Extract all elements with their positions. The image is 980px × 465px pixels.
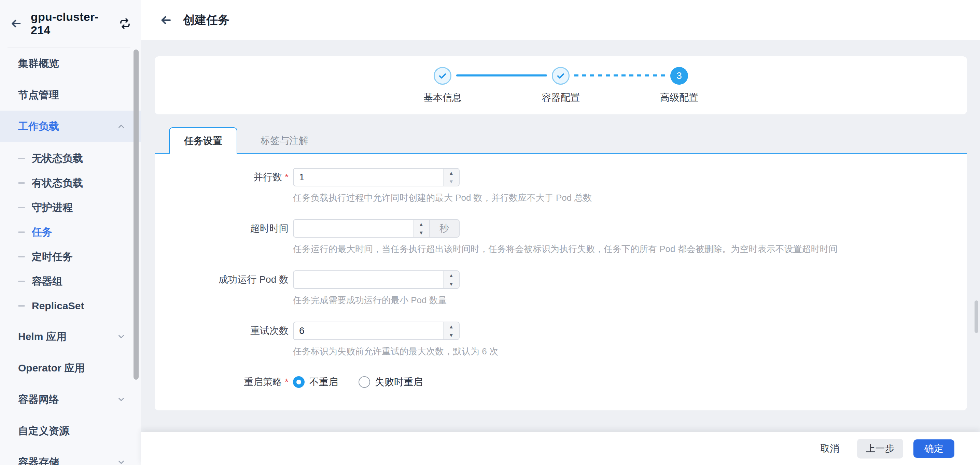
sidebar-item-cluster-overview[interactable]: 集群概览	[0, 48, 141, 79]
number-spinner: ▲▼	[443, 169, 459, 186]
radio-option-on-failure[interactable]: 失败时重启	[358, 376, 423, 389]
sidebar-item-label: 守护进程	[32, 201, 73, 215]
input-value: 1	[294, 169, 443, 186]
confirm-button[interactable]: 确定	[913, 440, 955, 458]
sidebar-item-cronjobs[interactable]: 定时任务	[0, 244, 141, 269]
page-scrollbar-thumb[interactable]	[975, 301, 978, 333]
input-value: 6	[294, 322, 443, 339]
sidebar-item-workloads[interactable]: 工作负载	[0, 111, 141, 142]
sidebar-item-daemonset[interactable]: 守护进程	[0, 195, 141, 220]
tab-labels-annotations[interactable]: 标签与注解	[257, 127, 312, 154]
sidebar: gpu-cluster-214 集群概览节点管理工作负载无状态负载有状态负载守护…	[0, 0, 141, 465]
sidebar-item-label: 有状态负载	[32, 176, 83, 190]
parallelism-input[interactable]: 1 ▲▼	[293, 168, 460, 186]
decrement-button[interactable]: ▼	[414, 228, 429, 237]
sidebar-item-node-management[interactable]: 节点管理	[0, 79, 141, 111]
required-asterisk: *	[285, 172, 288, 182]
page-header: 创建任务	[141, 0, 980, 40]
sidebar-header: gpu-cluster-214	[0, 0, 141, 47]
sidebar-item-label: 集群概览	[18, 57, 59, 71]
restart-policy-radio-group: 不重启 失败时重启	[293, 373, 443, 391]
radio-option-never[interactable]: 不重启	[293, 376, 338, 389]
sidebar-item-pods[interactable]: 容器组	[0, 269, 141, 294]
tab-job-settings[interactable]: 任务设置	[169, 127, 237, 154]
tab-bar: 任务设置 标签与注解	[155, 127, 967, 154]
form-row-timeout: 超时时间 ▲▼ 秒 任务运行的最大时间，当任务执行超出该时间时，任务将会被标识为…	[155, 219, 967, 255]
input-value	[294, 220, 413, 237]
unit-addon-seconds: 秒	[430, 219, 460, 237]
chevron-down-icon	[117, 395, 126, 404]
decrement-button[interactable]: ▼	[444, 280, 459, 288]
page-back-arrow-icon[interactable]	[160, 14, 172, 26]
cluster-title: gpu-cluster-214	[31, 10, 105, 37]
dash-icon	[18, 256, 25, 257]
step-1-done-icon	[434, 67, 452, 85]
dash-icon	[18, 281, 25, 282]
step-2-done-icon	[552, 67, 570, 85]
field-help: 任务标识为失败前允许重试的最大次数，默认为 6 次	[293, 346, 498, 357]
dash-icon	[18, 305, 25, 307]
sidebar-item-label: 节点管理	[18, 88, 59, 102]
field-help: 任务完成需要成功运行的最小 Pod 数量	[293, 294, 460, 306]
input-value	[294, 271, 443, 288]
sidebar-item-container-network[interactable]: 容器网络	[0, 384, 141, 415]
retries-input[interactable]: 6 ▲▼	[293, 322, 460, 340]
sidebar-item-label: 自定义资源	[18, 424, 69, 438]
number-spinner: ▲▼	[413, 220, 429, 237]
timeout-input[interactable]: ▲▼	[293, 219, 430, 237]
radio-unselected-icon[interactable]	[358, 376, 370, 388]
sidebar-item-custom-resources[interactable]: 自定义资源	[0, 415, 141, 447]
chevron-down-icon	[117, 458, 126, 465]
decrement-button[interactable]: ▼	[444, 177, 459, 186]
stepper: 3 基本信息 容器配置 高级配置	[434, 56, 688, 115]
sidebar-item-stateless[interactable]: 无状态负载	[0, 146, 141, 171]
field-label: 超时时间	[155, 219, 288, 255]
sidebar-item-label: 定时任务	[32, 250, 73, 264]
number-spinner: ▲▼	[443, 271, 459, 288]
sidebar-item-jobs[interactable]: 任务	[0, 220, 141, 244]
previous-step-button[interactable]: 上一步	[857, 439, 903, 459]
form-row-backoff-limit: 重试次数 6 ▲▼ 任务标识为失败前允许重试的最大次数，默认为 6 次	[155, 322, 967, 357]
number-spinner: ▲▼	[443, 322, 459, 339]
completions-input[interactable]: ▲▼	[293, 271, 460, 289]
cancel-button[interactable]: 取消	[820, 442, 839, 455]
step-connector-dashed	[574, 75, 665, 76]
sidebar-item-stateful[interactable]: 有状态负载	[0, 171, 141, 195]
sidebar-item-label: 任务	[32, 225, 52, 239]
field-label: 并行数*	[155, 168, 288, 204]
sidebar-item-replicaset[interactable]: ReplicaSet	[0, 294, 141, 318]
increment-button[interactable]: ▲	[444, 322, 459, 331]
dash-icon	[18, 207, 25, 208]
sidebar-item-label: Operator 应用	[18, 361, 85, 375]
step-connector-solid	[456, 75, 547, 76]
sidebar-item-label: 无状态负载	[32, 151, 83, 166]
step-2-label: 容器配置	[527, 91, 595, 104]
switch-cluster-icon[interactable]	[119, 18, 131, 30]
required-asterisk: *	[285, 377, 288, 387]
decrement-button[interactable]: ▼	[444, 331, 459, 339]
increment-button[interactable]: ▲	[444, 169, 459, 177]
increment-button[interactable]: ▲	[444, 271, 459, 280]
sidebar-item-label: 容器存储	[18, 455, 59, 465]
sidebar-item-container-storage[interactable]: 容器存储	[0, 447, 141, 465]
increment-button[interactable]: ▲	[414, 220, 429, 228]
radio-selected-icon[interactable]	[293, 376, 305, 388]
sidebar-item-operator-apps[interactable]: Operator 应用	[0, 352, 141, 384]
main-area: 创建任务 3 基本信息 容器配置 高级配置	[141, 0, 980, 465]
sidebar-item-helm-apps[interactable]: Helm 应用	[0, 321, 141, 352]
chevron-down-icon	[117, 332, 126, 341]
page-title: 创建任务	[183, 12, 229, 28]
sidebar-item-label: 工作负载	[18, 119, 59, 134]
sidebar-scrollbar-thumb[interactable]	[134, 49, 138, 380]
field-label: 成功运行 Pod 数	[155, 271, 288, 306]
sidebar-item-label: 容器网络	[18, 393, 59, 407]
back-arrow-icon[interactable]	[10, 18, 22, 29]
step-3-badge: 3	[670, 67, 688, 85]
step-3-label: 高级配置	[645, 91, 713, 104]
dash-icon	[18, 158, 25, 159]
form-row-restart-policy: 重启策略* 不重启 失败时重启	[155, 373, 967, 391]
page-content: 3 基本信息 容器配置 高级配置 任务设置 标签与注解 并行数* 1	[141, 40, 980, 432]
step-1-label: 基本信息	[408, 91, 477, 104]
sidebar-item-label: 容器组	[32, 274, 62, 288]
sidebar-item-label: ReplicaSet	[32, 300, 84, 312]
